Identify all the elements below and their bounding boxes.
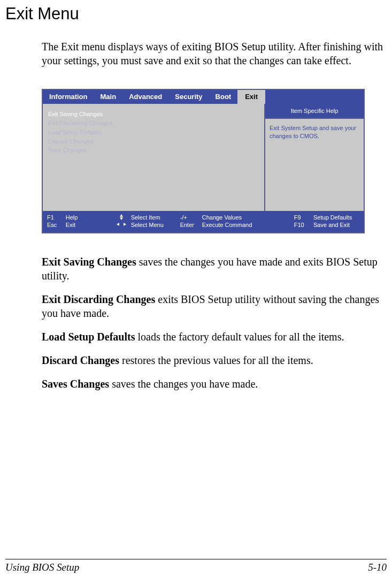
help-header: Item Specific Help xyxy=(265,104,364,119)
label-exit: Exit xyxy=(66,222,112,228)
label-execute-command: Execute Command xyxy=(202,222,272,228)
footer-right: 5-10 xyxy=(368,562,387,573)
intro-paragraph: The Exit menu displays ways of exiting B… xyxy=(42,40,387,67)
def-saves-changes: Saves Changes saves the changes you have… xyxy=(42,377,387,391)
def-exit-discarding: Exit Discarding Changes exits BIOS Setup… xyxy=(42,292,387,320)
label-help: Help xyxy=(66,214,112,221)
tab-main: Main xyxy=(94,90,123,104)
page-title: Exit Menu xyxy=(5,4,392,24)
menu-item-exit-discarding: Exit Discarding Changes xyxy=(48,119,259,127)
label-select-item: Select Item xyxy=(131,214,177,221)
key-enter: Enter xyxy=(180,222,199,228)
label-setup-defaults: Setup Defaults xyxy=(313,214,359,221)
label-change-values: Change Values xyxy=(202,214,272,221)
label-save-and-exit: Save and Exit xyxy=(313,222,359,228)
menu-item-exit-saving: Exit Saving Changes xyxy=(48,110,259,118)
definitions-block: Exit Saving Changes saves the changes yo… xyxy=(42,255,387,391)
bios-help-panel: Item Specific Help Exit System Setup and… xyxy=(264,104,364,211)
bios-footer: F1 Esc Help Exit Select Item Select Menu… xyxy=(43,211,364,232)
label-select-menu: Select Menu xyxy=(131,222,177,228)
def-load-defaults: Load Setup Defaults loads the factory de… xyxy=(42,330,387,344)
bios-tab-bar: Information Main Advanced Security Boot … xyxy=(43,90,364,104)
page-footer: Using BIOS Setup 5-10 xyxy=(5,559,387,573)
tab-information: Information xyxy=(43,90,94,104)
def-exit-saving: Exit Saving Changes saves the changes yo… xyxy=(42,255,387,283)
bios-menu-list: Exit Saving Changes Exit Discarding Chan… xyxy=(43,104,264,211)
bios-screenshot: Information Main Advanced Security Boot … xyxy=(42,89,365,233)
key-f9: F9 xyxy=(294,214,310,221)
key-esc: Esc xyxy=(47,222,63,228)
tab-exit: Exit xyxy=(237,90,265,104)
key-f10: F10 xyxy=(294,222,310,228)
key-minus-plus: -/+ xyxy=(180,214,199,221)
menu-item-save-changes: Save Changes xyxy=(48,146,259,154)
help-body: Exit System Setup and save your changes … xyxy=(265,119,364,211)
updown-arrow-icon xyxy=(117,214,126,220)
def-discard-changes: Discard Changes restores the previous va… xyxy=(42,353,387,367)
tab-security: Security xyxy=(168,90,209,104)
menu-item-load-defaults: Load Setup Defaults xyxy=(48,128,259,137)
tab-advanced: Advanced xyxy=(122,90,168,104)
footer-left: Using BIOS Setup xyxy=(5,562,79,573)
leftright-arrow-icon xyxy=(117,221,126,227)
menu-item-discard-changes: Discard Changes xyxy=(48,138,259,146)
tab-boot: Boot xyxy=(209,90,238,104)
key-f1: F1 xyxy=(47,214,63,221)
